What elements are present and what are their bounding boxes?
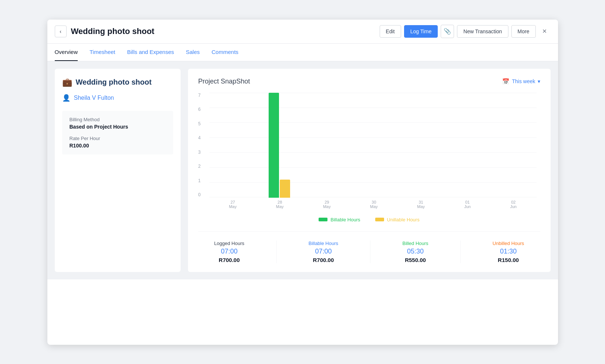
stat-item: Logged Hours 07:00 R700.00 (214, 241, 245, 263)
person-icon: 👤 (62, 94, 70, 102)
y-label-1: 1 (198, 178, 203, 183)
chart-bars (209, 93, 537, 198)
legend-billable-color (319, 218, 327, 221)
new-transaction-button[interactable]: New Transaction (457, 25, 508, 38)
legend-unbillable-label: Unillable Hours (387, 217, 420, 222)
bar-group (396, 93, 443, 198)
chevron-down-icon: ▾ (538, 78, 540, 84)
y-label-7: 7 (198, 93, 203, 98)
tab-bills-expenses[interactable]: Bills and Expenses (127, 44, 174, 61)
y-label-0: 0 (198, 192, 203, 197)
bar-group (256, 93, 303, 198)
bar-group (443, 93, 490, 198)
chart-legend: Billable Hours Unillable Hours (198, 217, 540, 222)
x-label: 01Jun (464, 198, 471, 211)
stat-time: 01:30 (500, 248, 517, 255)
bar-unbillable (280, 180, 290, 198)
x-label: 02Jun (510, 198, 517, 211)
back-button[interactable]: ‹ (55, 25, 67, 37)
stat-item: Billed Hours 05:30 R550.00 (403, 241, 428, 263)
bar-group (490, 93, 536, 198)
right-panel: Project SnapShot 📅 This week ▾ 7 6 5 4 3… (188, 69, 551, 272)
legend-unbillable-color (375, 218, 384, 221)
stat-amount: R550.00 (405, 257, 426, 263)
stat-amount: R700.00 (219, 257, 240, 263)
stat-time: 07:00 (221, 248, 238, 255)
bar-group (349, 93, 396, 198)
bar-billable (269, 93, 279, 198)
x-label: 28May (276, 198, 284, 211)
chart-area: 7 6 5 4 3 2 1 0 (209, 93, 537, 211)
snapshot-header: Project SnapShot 📅 This week ▾ (198, 78, 540, 85)
y-label-5: 5 (198, 121, 203, 126)
stat-divider (370, 241, 370, 263)
week-label: This week (512, 78, 535, 84)
bar-group (303, 93, 349, 198)
project-title-row: 💼 Wedding photo shoot (62, 78, 173, 87)
x-label: 29May (323, 198, 331, 211)
main-window: ‹ Wedding photo shoot Edit Log Time 📎 Ne… (47, 20, 558, 345)
attachment-icon: 📎 (444, 28, 451, 35)
rate-label: Rate Per Hour (70, 136, 166, 141)
stat-label: Logged Hours (214, 241, 245, 246)
legend-billable: Billable Hours (319, 217, 360, 222)
stat-amount: R150.00 (498, 257, 519, 263)
legend-unbillable: Unillable Hours (375, 217, 420, 222)
x-label: 31May (417, 198, 425, 211)
snapshot-title: Project SnapShot (198, 78, 250, 85)
stat-label: Billed Hours (403, 241, 428, 246)
log-time-button[interactable]: Log Time (404, 25, 438, 38)
client-row: 👤 Sheila V Fulton (62, 94, 173, 102)
x-axis: 27May28May29May30May31May01Jun02Jun (209, 198, 537, 211)
bar-group (209, 93, 256, 198)
stat-time: 05:30 (407, 248, 424, 255)
briefcase-icon: 💼 (62, 78, 72, 87)
calendar-icon: 📅 (502, 78, 510, 85)
stat-amount: R700.00 (313, 257, 334, 263)
header: ‹ Wedding photo shoot Edit Log Time 📎 Ne… (47, 20, 558, 44)
y-label-2: 2 (198, 164, 203, 169)
edit-button[interactable]: Edit (380, 25, 401, 38)
content-area: 💼 Wedding photo shoot 👤 Sheila V Fulton … (47, 61, 558, 279)
window-title: Wedding photo shoot (71, 27, 380, 36)
x-label: 30May (370, 198, 378, 211)
legend-billable-label: Billable Hours (330, 217, 360, 222)
tab-comments[interactable]: Comments (212, 44, 239, 61)
billing-method-label: Billing Method (70, 117, 166, 122)
stat-divider (276, 241, 277, 263)
more-button[interactable]: More (511, 25, 536, 38)
client-name[interactable]: Sheila V Fulton (74, 95, 114, 101)
stat-time: 07:00 (315, 248, 332, 255)
rate-value: R100.00 (70, 143, 166, 149)
stat-label: Unbilled Hours (493, 241, 524, 246)
x-label: 27May (229, 198, 237, 211)
tab-timesheet[interactable]: Timesheet (90, 44, 115, 61)
stat-item: Unbilled Hours 01:30 R150.00 (493, 241, 524, 263)
stat-label: Billable Hours (309, 241, 338, 246)
stat-item: Billable Hours 07:00 R700.00 (309, 241, 338, 263)
left-project-name: Wedding photo shoot (76, 78, 152, 86)
tabs-bar: Overview Timesheet Bills and Expenses Sa… (47, 44, 558, 61)
stat-divider (460, 241, 461, 263)
left-panel: 💼 Wedding photo shoot 👤 Sheila V Fulton … (55, 69, 181, 272)
y-label-4: 4 (198, 135, 203, 140)
y-label-6: 6 (198, 107, 203, 112)
y-axis: 7 6 5 4 3 2 1 0 (198, 93, 203, 198)
tab-sales[interactable]: Sales (186, 44, 200, 61)
tab-overview[interactable]: Overview (55, 44, 78, 61)
attachment-button[interactable]: 📎 (441, 25, 454, 38)
header-actions: Edit Log Time 📎 New Transaction More × (380, 25, 551, 38)
close-button[interactable]: × (539, 25, 551, 37)
billing-method-value: Based on Project Hours (70, 124, 166, 130)
week-filter[interactable]: 📅 This week ▾ (502, 78, 540, 85)
info-box: Billing Method Based on Project Hours Ra… (62, 111, 173, 154)
stats-row: Logged Hours 07:00 R700.00 Billable Hour… (198, 231, 540, 263)
y-label-3: 3 (198, 150, 203, 155)
